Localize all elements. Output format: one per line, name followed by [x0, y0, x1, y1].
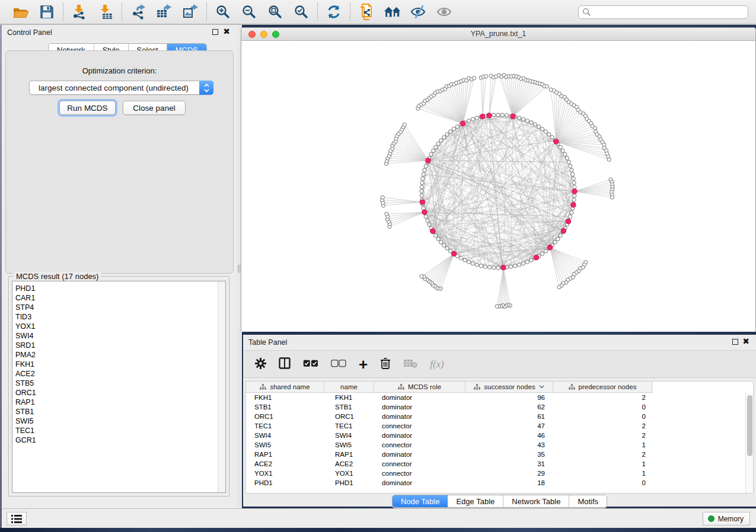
table-cell[interactable]: FKH1 — [246, 394, 324, 401]
mcds-result-item[interactable]: SWI5 — [12, 416, 225, 426]
refresh-button[interactable] — [325, 3, 343, 21]
mcds-result-item[interactable]: ORC1 — [12, 388, 225, 398]
table-cell[interactable]: TEC1 — [324, 422, 374, 430]
run-mcds-button[interactable]: Run MCDS — [59, 101, 116, 115]
tab-node-table[interactable]: Node Table — [393, 495, 448, 507]
delete-table-button[interactable] — [403, 358, 417, 370]
table-cell[interactable]: TEC1 — [246, 422, 324, 430]
table-cell[interactable]: dominator — [374, 394, 465, 401]
table-cell[interactable]: 96 — [465, 394, 553, 401]
table-cell[interactable]: 31 — [465, 460, 553, 467]
network-view[interactable] — [241, 41, 755, 332]
network-from-document-button[interactable] — [358, 3, 375, 21]
column-header-predecessor-nodes[interactable]: predecessor nodes — [553, 382, 652, 392]
float-table-panel-icon[interactable] — [732, 339, 738, 345]
table-scrollbar[interactable] — [745, 393, 753, 493]
home-button[interactable] — [384, 3, 401, 21]
table-cell[interactable]: RAP1 — [246, 451, 324, 458]
column-header-successor-nodes[interactable]: successor nodes — [465, 382, 553, 392]
mcds-result-item[interactable]: PHD1 — [12, 284, 225, 293]
function-builder-button[interactable]: f(x) — [430, 358, 444, 370]
table-row[interactable]: STB1STB1dominator620 — [246, 402, 753, 412]
close-panel-icon[interactable]: ✖ — [223, 27, 230, 36]
zoom-fit-button[interactable] — [266, 3, 284, 21]
tab-edge-table[interactable]: Edge Table — [448, 495, 503, 507]
mcds-result-item[interactable]: SWI4 — [12, 331, 225, 341]
table-cell[interactable]: 2 — [553, 422, 653, 430]
mcds-result-item[interactable]: TID3 — [12, 312, 225, 322]
network-canvas[interactable] — [241, 41, 755, 332]
hide-eye-button[interactable] — [410, 3, 428, 21]
export-network-button[interactable] — [129, 3, 147, 21]
table-cell[interactable]: ORC1 — [246, 413, 324, 420]
network-window-titlebar[interactable]: YPA_prune.txt_1 — [241, 28, 755, 41]
table-cell[interactable]: ACE2 — [324, 460, 374, 467]
tab-motifs[interactable]: Motifs — [569, 495, 607, 507]
table-cell[interactable]: 2 — [553, 432, 653, 439]
import-table-button[interactable] — [97, 3, 114, 21]
column-header-name[interactable]: name — [324, 382, 374, 392]
mcds-result-item[interactable]: STP4 — [12, 303, 225, 312]
mcds-result-item[interactable]: STB5 — [12, 379, 225, 388]
show-columns-button[interactable] — [279, 357, 291, 371]
table-cell[interactable]: STB1 — [324, 403, 374, 411]
table-cell[interactable]: SWI5 — [246, 441, 324, 448]
table-cell[interactable]: 0 — [553, 479, 653, 486]
table-cell[interactable]: YOX1 — [324, 470, 374, 477]
close-panel-button[interactable]: Close panel — [123, 101, 186, 115]
mcds-result-item[interactable]: ACE2 — [12, 369, 225, 379]
table-cell[interactable]: YOX1 — [246, 470, 324, 477]
table-row[interactable]: SWI5SWI5connector431 — [246, 440, 753, 450]
table-cell[interactable]: RAP1 — [324, 451, 374, 458]
mcds-result-item[interactable]: YOX1 — [12, 322, 225, 331]
table-cell[interactable]: connector — [374, 441, 465, 448]
table-cell[interactable]: FKH1 — [324, 394, 374, 401]
zoom-in-button[interactable] — [214, 3, 232, 21]
table-cell[interactable]: 62 — [465, 403, 553, 411]
column-header-shared-name[interactable]: shared name — [246, 382, 324, 392]
table-cell[interactable]: SWI4 — [246, 432, 324, 439]
table-row[interactable]: PHD1PHD1dominator180 — [246, 478, 753, 488]
float-panel-icon[interactable] — [212, 29, 218, 35]
table-cell[interactable]: 2 — [553, 451, 653, 458]
table-cell[interactable]: SWI4 — [324, 432, 374, 439]
deselect-all-button[interactable] — [331, 360, 346, 369]
table-cell[interactable]: 35 — [465, 451, 553, 458]
table-cell[interactable]: dominator — [374, 432, 465, 439]
table-cell[interactable]: 43 — [465, 441, 553, 448]
table-cell[interactable]: dominator — [374, 403, 465, 411]
table-cell[interactable]: 1 — [553, 460, 653, 467]
table-row[interactable]: FKH1FKH1dominator962 — [246, 393, 753, 402]
memory-button[interactable]: Memory — [703, 512, 750, 525]
table-cell[interactable]: connector — [374, 470, 465, 477]
tab-network-table[interactable]: Network Table — [503, 495, 569, 507]
save-session-button[interactable] — [38, 3, 56, 21]
delete-column-button[interactable] — [380, 357, 391, 371]
mcds-result-item[interactable]: PMA2 — [12, 350, 225, 360]
table-cell[interactable]: 1 — [553, 441, 653, 448]
table-row[interactable]: TEC1TEC1connector472 — [246, 421, 753, 431]
mcds-result-item[interactable]: GCR1 — [12, 435, 225, 445]
table-cell[interactable]: 0 — [553, 403, 653, 411]
zoom-selected-button[interactable] — [292, 3, 310, 21]
mcds-result-item[interactable]: CAR1 — [12, 293, 225, 303]
table-cell[interactable]: dominator — [374, 451, 465, 458]
table-cell[interactable]: STB1 — [246, 403, 324, 411]
column-header-mcds-role[interactable]: MCDS role — [374, 382, 465, 392]
table-scrollbar-thumb[interactable] — [747, 395, 752, 456]
select-all-button[interactable] — [303, 360, 318, 369]
close-table-panel-icon[interactable]: ✖ — [742, 336, 749, 346]
table-row[interactable]: SWI4SWI4dominator462 — [246, 431, 753, 440]
table-cell[interactable]: 61 — [465, 413, 553, 420]
table-cell[interactable]: connector — [374, 460, 465, 467]
table-cell[interactable]: dominator — [374, 413, 465, 420]
mcds-result-item[interactable]: FKH1 — [12, 360, 225, 369]
show-eye-button[interactable] — [436, 3, 454, 21]
criterion-dropdown[interactable]: largest connected component (undirected) — [29, 81, 213, 95]
add-column-button[interactable]: + — [359, 359, 368, 370]
table-cell[interactable]: 46 — [465, 432, 553, 439]
search-input[interactable] — [578, 5, 748, 19]
table-row[interactable]: RAP1RAP1dominator352 — [246, 450, 753, 459]
table-cell[interactable]: connector — [374, 422, 465, 430]
export-image-button[interactable] — [181, 3, 199, 21]
